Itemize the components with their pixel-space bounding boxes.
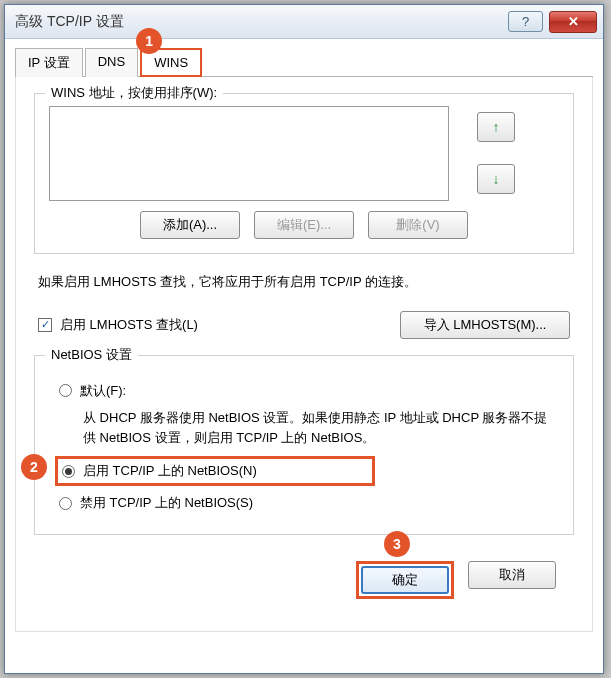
lmhosts-enable-label: 启用 LMHOSTS 查找(L): [60, 316, 198, 334]
add-button[interactable]: 添加(A)...: [140, 211, 240, 239]
check-icon: ✓: [41, 318, 50, 331]
lmhosts-checkbox[interactable]: ✓: [38, 318, 52, 332]
radio-icon: [62, 465, 75, 478]
help-icon: ?: [522, 14, 529, 29]
ok-button[interactable]: 确定: [361, 566, 449, 594]
reorder-buttons: ↑ ↓: [477, 106, 515, 194]
annotation-badge-3: 3: [384, 531, 410, 557]
help-button[interactable]: ?: [508, 11, 543, 32]
annotation-badge-2: 2: [21, 454, 47, 480]
wins-address-listbox[interactable]: [49, 106, 449, 201]
arrow-down-icon: ↓: [493, 171, 500, 187]
close-icon: ✕: [568, 14, 579, 29]
netbios-enable-label: 启用 TCP/IP 上的 NetBIOS(N): [83, 462, 257, 480]
tab-dns[interactable]: DNS: [85, 48, 138, 77]
window-title: 高级 TCP/IP 设置: [15, 13, 508, 31]
netbios-default-description: 从 DHCP 服务器使用 NetBIOS 设置。如果使用静态 IP 地址或 DH…: [83, 408, 559, 448]
radio-icon: [59, 497, 72, 510]
netbios-disable-label: 禁用 TCP/IP 上的 NetBIOS(S): [80, 494, 253, 512]
edit-button[interactable]: 编辑(E)...: [254, 211, 354, 239]
dialog-window: 高级 TCP/IP 设置 ? ✕ IP 设置 DNS WINS 1 WINS 地…: [4, 4, 604, 674]
netbios-default-radio[interactable]: 默认(F):: [55, 379, 559, 403]
move-up-button[interactable]: ↑: [477, 112, 515, 142]
annotation-badge-1: 1: [136, 28, 162, 54]
netbios-enable-radio[interactable]: 启用 TCP/IP 上的 NetBIOS(N): [55, 456, 375, 486]
title-bar[interactable]: 高级 TCP/IP 设置 ? ✕: [5, 5, 603, 39]
arrow-up-icon: ↑: [493, 119, 500, 135]
move-down-button[interactable]: ↓: [477, 164, 515, 194]
tab-strip: IP 设置 DNS WINS 1: [15, 47, 593, 77]
netbios-group: NetBIOS 设置 默认(F): 从 DHCP 服务器使用 NetBIOS 设…: [34, 355, 574, 535]
cancel-button[interactable]: 取消: [468, 561, 556, 589]
ok-highlight: 确定: [356, 561, 454, 599]
close-button[interactable]: ✕: [549, 11, 597, 33]
client-area: IP 设置 DNS WINS 1 WINS 地址，按使用排序(W): ↑ ↓: [5, 39, 603, 673]
tab-ip-settings[interactable]: IP 设置: [15, 48, 83, 77]
lmhosts-checkbox-row[interactable]: ✓ 启用 LMHOSTS 查找(L): [38, 316, 198, 334]
netbios-disable-radio[interactable]: 禁用 TCP/IP 上的 NetBIOS(S): [55, 491, 559, 515]
wins-button-row: 添加(A)... 编辑(E)... 删除(V): [49, 211, 559, 239]
netbios-radio-group: 默认(F): 从 DHCP 服务器使用 NetBIOS 设置。如果使用静态 IP…: [55, 368, 559, 515]
lmhosts-note: 如果启用 LMHOSTS 查找，它将应用于所有启用 TCP/IP 的连接。: [38, 272, 574, 293]
wins-address-group: WINS 地址，按使用排序(W): ↑ ↓ 添加(A)... 编辑(E)...: [34, 93, 574, 254]
tab-wins-label: WINS: [154, 55, 188, 70]
import-lmhosts-button[interactable]: 导入 LMHOSTS(M)...: [400, 311, 570, 339]
tab-panel: WINS 地址，按使用排序(W): ↑ ↓ 添加(A)... 编辑(E)...: [15, 77, 593, 632]
netbios-legend: NetBIOS 设置: [45, 346, 138, 364]
netbios-default-label: 默认(F):: [80, 382, 126, 400]
delete-button[interactable]: 删除(V): [368, 211, 468, 239]
radio-icon: [59, 384, 72, 397]
tab-wins[interactable]: WINS 1: [140, 48, 202, 77]
dialog-footer: 3 确定 取消: [34, 545, 574, 617]
radio-dot-icon: [65, 468, 72, 475]
wins-group-legend: WINS 地址，按使用排序(W):: [45, 84, 223, 102]
